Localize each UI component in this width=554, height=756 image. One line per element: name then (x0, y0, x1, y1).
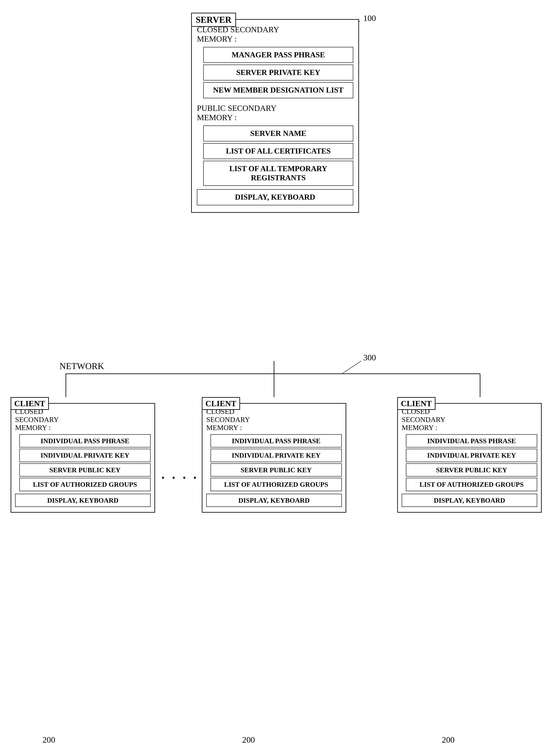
client1-individual-pass: INDIVIDUAL PASS PHRASE (19, 434, 151, 448)
client1-individual-private-key: INDIVIDUAL PRIVATE KEY (19, 449, 151, 462)
client2-list-authorized: LIST OF AUTHORIZED GROUPS (211, 478, 342, 491)
server-container: SERVER CLOSED SECONDARY MEMORY : MANAGER… (191, 13, 359, 213)
client3-container: CLIENT CLOSED SECONDARY MEMORY : INDIVID… (397, 397, 542, 513)
server-display-keyboard: DISPLAY, KEYBOARD (197, 189, 353, 205)
client1-main-box: CLOSED SECONDARY MEMORY : INDIVIDUAL PAS… (11, 403, 155, 513)
server-name-box: SERVER NAME (203, 125, 353, 141)
server-closed-memory-items: MANAGER PASS PHRASE SERVER PRIVATE KEY N… (203, 47, 353, 98)
client3-main-box: CLOSED SECONDARY MEMORY : INDIVIDUAL PAS… (397, 403, 542, 513)
client2-individual-pass: INDIVIDUAL PASS PHRASE (211, 434, 342, 448)
network-label: NETWORK (59, 361, 104, 371)
client3-title: CLIENT (397, 397, 436, 410)
client2-individual-private-key: INDIVIDUAL PRIVATE KEY (211, 449, 342, 462)
client2-main-box: CLOSED SECONDARY MEMORY : INDIVIDUAL PAS… (202, 403, 346, 513)
server-private-key: SERVER PRIVATE KEY (203, 65, 353, 80)
client1-closed-label: CLOSED SECONDARY MEMORY : (15, 408, 151, 433)
client2-closed-items: INDIVIDUAL PASS PHRASE INDIVIDUAL PRIVAT… (211, 434, 342, 491)
client3-closed-label: CLOSED SECONDARY MEMORY : (402, 408, 537, 433)
ref-200-left: 200 (43, 735, 55, 745)
client2-closed-label: CLOSED SECONDARY MEMORY : (206, 408, 342, 433)
ref-300: 300 (363, 352, 376, 362)
svg-line-6 (342, 361, 361, 374)
server-main-box: CLOSED SECONDARY MEMORY : MANAGER PASS P… (191, 19, 359, 213)
client2-display-keyboard: DISPLAY, KEYBOARD (206, 494, 342, 507)
client3-display-keyboard: DISPLAY, KEYBOARD (402, 494, 537, 507)
server-list-certificates: LIST OF ALL CERTIFICATES (203, 143, 353, 159)
server-closed-memory-label: CLOSED SECONDARY MEMORY : (197, 25, 353, 45)
client1-container: CLIENT CLOSED SECONDARY MEMORY : INDIVID… (11, 397, 155, 513)
ellipsis: . . . . (161, 467, 199, 482)
client3-closed-items: INDIVIDUAL PASS PHRASE INDIVIDUAL PRIVAT… (406, 434, 537, 491)
client3-server-public-key: SERVER PUBLIC KEY (406, 463, 537, 476)
client1-display-keyboard: DISPLAY, KEYBOARD (15, 494, 151, 507)
server-title: SERVER (191, 13, 236, 27)
client2-container: CLIENT CLOSED SECONDARY MEMORY : INDIVID… (202, 397, 346, 513)
ref-100: 100 (363, 13, 376, 23)
client1-list-authorized: LIST OF AUTHORIZED GROUPS (19, 478, 151, 491)
client2-server-public-key: SERVER PUBLIC KEY (211, 463, 342, 476)
client1-closed-items: INDIVIDUAL PASS PHRASE INDIVIDUAL PRIVAT… (19, 434, 151, 491)
server-manager-pass-phrase: MANAGER PASS PHRASE (203, 47, 353, 63)
ref-200-middle: 200 (242, 735, 255, 745)
client1-server-public-key: SERVER PUBLIC KEY (19, 463, 151, 476)
server-new-member-list: NEW MEMBER DESIGNATION LIST (203, 82, 353, 98)
server-public-memory-items: SERVER NAME LIST OF ALL CERTIFICATES LIS… (203, 125, 353, 186)
client3-individual-private-key: INDIVIDUAL PRIVATE KEY (406, 449, 537, 462)
server-list-temporary: LIST OF ALL TEMPORARY REGISTRANTS (203, 161, 353, 186)
client3-list-authorized: LIST OF AUTHORIZED GROUPS (406, 478, 537, 491)
diagram: 100 300 NETWORK SERVER CLOSED SECONDARY … (0, 0, 554, 756)
server-public-memory-label: PUBLIC SECONDARY MEMORY : (197, 100, 353, 124)
client2-title: CLIENT (202, 397, 240, 410)
client3-individual-pass: INDIVIDUAL PASS PHRASE (406, 434, 537, 448)
ref-200-right: 200 (442, 735, 455, 745)
client1-title: CLIENT (11, 397, 49, 410)
